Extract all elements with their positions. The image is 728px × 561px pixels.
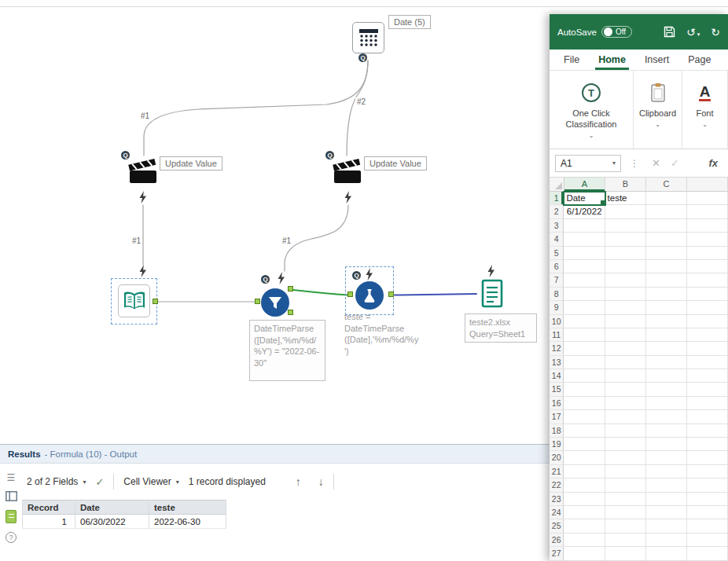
- cell-C15[interactable]: [646, 383, 687, 396]
- row-header-26[interactable]: 26: [550, 534, 564, 547]
- cell-B5[interactable]: [605, 247, 646, 260]
- cell-B25[interactable]: [605, 519, 646, 533]
- row-header-2[interactable]: 2: [550, 205, 564, 218]
- row-header-23[interactable]: 23: [550, 493, 564, 506]
- cell-partial[interactable]: [687, 478, 728, 492]
- cell-A2[interactable]: 6/1/2022: [564, 205, 605, 218]
- cell-partial[interactable]: [687, 506, 728, 519]
- results-cell[interactable]: 2022-06-30: [149, 515, 226, 529]
- cell-B15[interactable]: [605, 383, 646, 396]
- cell-B13[interactable]: [605, 356, 646, 369]
- cell-A9[interactable]: [564, 301, 605, 314]
- cell-C7[interactable]: [646, 273, 687, 287]
- cell-C22[interactable]: [646, 478, 687, 492]
- cell-C14[interactable]: [646, 369, 687, 383]
- action-bolt-icon[interactable]: [487, 265, 495, 277]
- panel-layout-icon[interactable]: [6, 491, 17, 501]
- row-header-27[interactable]: 27: [550, 547, 564, 560]
- tool-filter[interactable]: [261, 288, 289, 317]
- cell-B7[interactable]: [605, 273, 646, 287]
- cell-C21[interactable]: [646, 465, 687, 478]
- output-anchor[interactable]: [388, 292, 394, 297]
- connection-formula-to-output[interactable]: [395, 294, 476, 295]
- cell-A1[interactable]: Date: [564, 192, 605, 205]
- cell-C23[interactable]: [646, 493, 687, 506]
- cell-A11[interactable]: [564, 328, 605, 342]
- options-list-icon[interactable]: ☰: [7, 473, 16, 482]
- action-bolt-icon[interactable]: [138, 191, 147, 204]
- tool-formula[interactable]: [355, 281, 384, 310]
- question-anchor-icon[interactable]: Q: [352, 271, 361, 280]
- tab-home[interactable]: Home: [589, 50, 635, 70]
- row-header-5[interactable]: 5: [550, 247, 564, 260]
- cell-C2[interactable]: [646, 205, 687, 218]
- row-header-21[interactable]: 21: [550, 465, 564, 478]
- cell-A27[interactable]: [564, 547, 605, 560]
- column-header-B[interactable]: B: [605, 178, 646, 191]
- cell-partial[interactable]: [687, 301, 728, 314]
- cell-partial[interactable]: [687, 410, 728, 424]
- cell-B21[interactable]: [605, 465, 646, 478]
- filter-annotation[interactable]: DateTimeParse ([Date],'%m/%d/%Y') = "202…: [249, 320, 325, 381]
- cell-C27[interactable]: [646, 547, 687, 560]
- cell-partial[interactable]: [687, 260, 728, 273]
- cell-partial[interactable]: [687, 547, 728, 560]
- select-all-corner[interactable]: [550, 178, 564, 191]
- action-bolt-icon[interactable]: [138, 265, 147, 277]
- cell-C19[interactable]: [646, 438, 687, 451]
- column-header-C[interactable]: C: [646, 178, 687, 191]
- cell-A8[interactable]: [564, 288, 605, 301]
- data-preview-icon[interactable]: [6, 510, 17, 523]
- cell-partial[interactable]: [687, 233, 728, 246]
- cell-B18[interactable]: [605, 424, 646, 438]
- results-column-header[interactable]: Record: [22, 500, 75, 515]
- cell-C24[interactable]: [646, 506, 687, 519]
- action-bolt-icon[interactable]: [344, 191, 352, 204]
- cell-A14[interactable]: [564, 369, 605, 383]
- cell-A10[interactable]: [564, 315, 605, 328]
- cell-partial[interactable]: [687, 519, 728, 533]
- cell-C26[interactable]: [646, 534, 687, 547]
- row-header-1[interactable]: 1: [550, 192, 564, 205]
- cell-B1[interactable]: teste: [605, 192, 646, 205]
- cell-A25[interactable]: [564, 519, 605, 533]
- cell-C18[interactable]: [646, 424, 687, 438]
- cell-A6[interactable]: [564, 260, 605, 273]
- cell-C8[interactable]: [646, 288, 687, 301]
- output-anchor[interactable]: [153, 299, 158, 304]
- cell-B6[interactable]: [605, 260, 646, 273]
- question-anchor-icon[interactable]: Q: [121, 151, 130, 160]
- cell-B22[interactable]: [605, 478, 646, 492]
- cancel-entry-icon[interactable]: ✕: [652, 157, 660, 169]
- cell-A5[interactable]: [564, 247, 605, 260]
- cell-A21[interactable]: [564, 465, 605, 478]
- row-header-24[interactable]: 24: [550, 506, 564, 519]
- tool-output-data[interactable]: [476, 277, 508, 310]
- autosave-toggle[interactable]: Off: [601, 26, 632, 38]
- cell-C20[interactable]: [646, 451, 687, 464]
- cell-viewer-dropdown[interactable]: Cell Viewer ▾: [123, 476, 178, 487]
- row-header-11[interactable]: 11: [550, 328, 564, 342]
- cell-partial[interactable]: [687, 342, 728, 355]
- connection-date-to-right-action[interactable]: [347, 60, 368, 156]
- row-header-17[interactable]: 17: [550, 410, 564, 424]
- cell-partial[interactable]: [687, 273, 728, 287]
- results-column-header[interactable]: Date: [75, 500, 149, 515]
- cell-C16[interactable]: [646, 397, 687, 410]
- cell-C1[interactable]: [646, 192, 687, 205]
- cell-A13[interactable]: [564, 356, 605, 369]
- help-icon[interactable]: ?: [6, 532, 17, 543]
- cell-B24[interactable]: [605, 506, 646, 519]
- cell-B19[interactable]: [605, 438, 646, 451]
- row-header-25[interactable]: 25: [550, 519, 564, 533]
- save-icon[interactable]: [664, 26, 675, 38]
- cell-C11[interactable]: [646, 328, 687, 342]
- row-header-14[interactable]: 14: [550, 369, 564, 383]
- clipboard-group[interactable]: Clipboard ⌄: [634, 71, 682, 148]
- cell-A23[interactable]: [564, 493, 605, 506]
- row-header-16[interactable]: 16: [550, 397, 564, 410]
- insert-function-icon[interactable]: fx: [708, 157, 718, 169]
- tool-date-input[interactable]: [352, 22, 384, 53]
- cell-partial[interactable]: [687, 219, 728, 233]
- connection-right-action-to-filter[interactable]: [285, 205, 348, 271]
